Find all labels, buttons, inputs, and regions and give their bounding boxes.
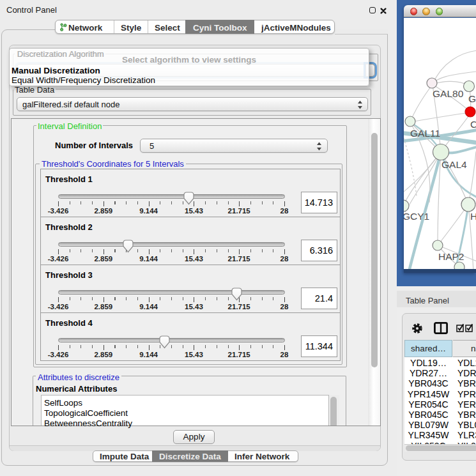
svg-text:GCY1: GCY1 xyxy=(404,211,429,222)
svg-text:H: H xyxy=(470,211,476,222)
svg-text:GAL11: GAL11 xyxy=(410,128,440,139)
svg-text:HAP2: HAP2 xyxy=(438,251,464,262)
svg-text:CD: CD xyxy=(470,119,476,130)
svg-text:GAL: GAL xyxy=(468,93,476,104)
svg-text:GAL4: GAL4 xyxy=(441,159,467,170)
svg-text:GAL80: GAL80 xyxy=(433,88,464,99)
